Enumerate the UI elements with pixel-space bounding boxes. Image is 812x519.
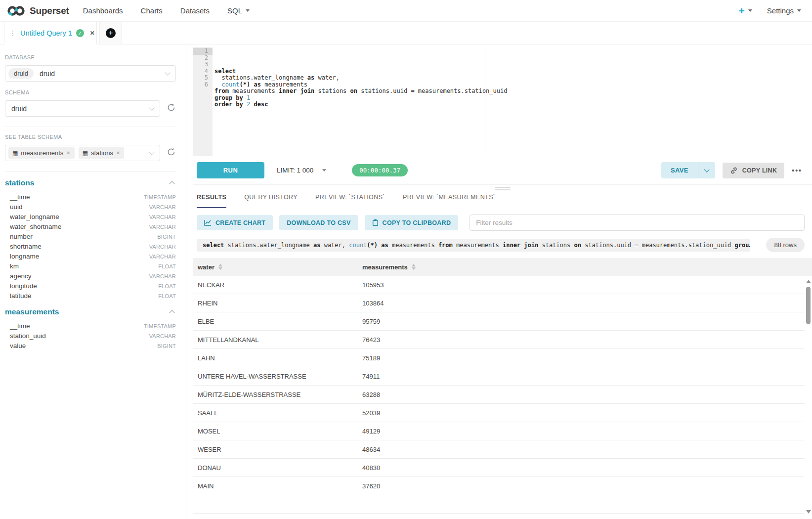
column-type: BIGINT <box>157 343 176 349</box>
nav-item-label: Dashboards <box>83 6 123 15</box>
sql-token: on <box>350 87 357 94</box>
cell-measurements: 103864 <box>357 300 805 307</box>
sql-token: measurements.station_uuid <box>415 87 508 94</box>
editor-code[interactable]: select stations.water_longname as water,… <box>213 47 812 156</box>
sql-editor[interactable]: 123456 select stations.water_longname as… <box>193 47 812 156</box>
save-dropdown-button[interactable] <box>698 162 715 178</box>
superset-logo[interactable]: Superset <box>7 5 69 16</box>
limit-dropdown[interactable]: LIMIT: 1 000 <box>277 167 313 174</box>
tab-preview-stations[interactable]: PREVIEW: `STATIONS` <box>315 194 385 208</box>
table-row[interactable]: RHEIN103864 <box>193 294 805 312</box>
nav-item-dashboards[interactable]: Dashboards <box>83 6 123 15</box>
table-select[interactable]: ▦measurements✕▦stations✕ <box>5 145 160 161</box>
database-select[interactable]: druid druid <box>5 65 176 82</box>
sql-token: count <box>349 242 367 249</box>
schema-column-row: agencyVARCHAR <box>5 271 176 281</box>
schema-select[interactable]: druid <box>5 100 160 117</box>
save-split-button[interactable]: SAVE <box>661 162 715 178</box>
selected-table-pill[interactable]: ▦measurements✕ <box>8 147 75 159</box>
column-type: FLOAT <box>158 293 176 299</box>
grid-scrollbar[interactable] <box>805 276 812 516</box>
refresh-tables-icon[interactable] <box>167 147 176 159</box>
schema-column-row: shortnameVARCHAR <box>5 241 176 251</box>
chevron-up-icon[interactable] <box>169 310 174 315</box>
sql-token: water, <box>320 242 349 249</box>
grid-header-row: water measurements <box>193 258 812 276</box>
resize-handle[interactable] <box>495 187 511 192</box>
remove-table-icon[interactable]: ✕ <box>116 150 120 156</box>
table-row[interactable]: WESER48634 <box>193 440 805 459</box>
create-chart-button[interactable]: CREATE CHART <box>197 215 273 230</box>
nav-item-charts[interactable]: Charts <box>141 6 163 15</box>
sql-token: measurements <box>261 81 307 88</box>
sort-icon[interactable] <box>412 264 416 270</box>
sort-icon[interactable] <box>218 264 222 270</box>
superset-infinity-icon <box>7 5 25 16</box>
schema-column-row: station_uuidVARCHAR <box>5 331 176 341</box>
chevron-down-icon[interactable] <box>322 169 326 172</box>
column-header-measurements[interactable]: measurements <box>357 263 812 271</box>
table-row-partial <box>193 495 805 514</box>
table-row[interactable]: ELBE95759 <box>193 312 805 331</box>
cell-measurements: 63288 <box>357 391 805 398</box>
table-row[interactable]: SAALE52039 <box>193 404 805 422</box>
download-csv-button[interactable]: DOWNLOAD TO CSV <box>279 215 358 230</box>
table-row[interactable]: LAHN75189 <box>193 349 805 367</box>
column-header-water[interactable]: water <box>193 263 357 271</box>
scroll-up-icon[interactable] <box>806 280 811 283</box>
tab-preview-measurements[interactable]: PREVIEW: `MEASUREMENTS` <box>403 194 495 208</box>
table-section-measurements[interactable]: measurements <box>5 307 176 316</box>
save-button[interactable]: SAVE <box>661 162 698 178</box>
gutter-line-number: 4 <box>193 68 213 75</box>
schema-column-row: water_shortnameVARCHAR <box>5 221 176 231</box>
sql-token: select <box>214 68 236 75</box>
query-success-icon: ✓ <box>76 29 84 37</box>
remove-table-icon[interactable]: ✕ <box>66 150 70 156</box>
results-actions: CREATE CHART DOWNLOAD TO CSV COPY TO CLI… <box>193 215 812 231</box>
scrollbar-thumb[interactable] <box>806 287 811 324</box>
close-tab-icon[interactable]: ✕ <box>90 30 95 37</box>
table-section-stations[interactable]: stations <box>5 178 176 187</box>
query-tabstrip: ⋮ Untitled Query 1 ✓ ✕ + <box>0 22 812 44</box>
sql-token: from <box>438 242 453 249</box>
tab-results[interactable]: RESULTS <box>197 194 226 208</box>
column-name: __time <box>10 322 30 330</box>
table-row[interactable]: MITTELLANDKANAL76423 <box>193 331 805 349</box>
filter-results-input[interactable] <box>470 215 805 231</box>
table-row[interactable]: MOSEL49129 <box>193 422 805 440</box>
table-row[interactable]: DONAU40830 <box>193 459 805 477</box>
tab-query-history[interactable]: QUERY HISTORY <box>244 194 298 208</box>
copy-clipboard-button[interactable]: COPY TO CLIPBOARD <box>365 215 459 230</box>
sql-token: on <box>574 242 581 249</box>
cell-water: ELBE <box>193 318 357 325</box>
settings-menu[interactable]: Settings <box>767 6 801 15</box>
query-tab-active[interactable]: ⋮ Untitled Query 1 ✓ ✕ <box>4 22 97 44</box>
new-item-button[interactable]: + <box>739 5 752 16</box>
drag-grip-icon[interactable]: ⋮ <box>9 29 16 37</box>
table-row[interactable]: NECKAR105953 <box>193 276 805 294</box>
table-row[interactable]: UNTERE HAVEL-WASSERSTRASSE74911 <box>193 367 805 386</box>
table-row[interactable]: MAIN37620 <box>193 477 805 495</box>
brand-title: Superset <box>30 5 69 16</box>
selected-table-pill[interactable]: ▦stations✕ <box>79 147 125 159</box>
cell-measurements: 95759 <box>357 318 805 325</box>
cell-measurements: 37620 <box>357 482 805 490</box>
cell-water: LAHN <box>193 354 357 362</box>
table-row[interactable]: MÜRITZ-ELDE-WASSERSTRASSE63288 <box>193 386 805 404</box>
cell-water: MÜRITZ-ELDE-WASSERSTRASSE <box>193 391 357 398</box>
refresh-schema-icon[interactable] <box>167 103 176 114</box>
add-query-tab-button[interactable]: + <box>99 22 122 44</box>
chevron-down-icon <box>246 9 250 12</box>
run-button[interactable]: RUN <box>197 162 264 178</box>
copy-link-button[interactable]: COPY LINK <box>723 163 785 178</box>
nav-item-datasets[interactable]: Datasets <box>180 6 210 15</box>
schema-column-row: latitudeFLOAT <box>5 291 176 301</box>
sql-token: (*) <box>367 242 378 249</box>
nav-item-sql[interactable]: SQL <box>227 6 250 15</box>
column-name: shortname <box>10 243 42 250</box>
chevron-up-icon[interactable] <box>169 181 174 186</box>
column-name: uuid <box>10 203 23 211</box>
chevron-down-icon <box>748 9 752 12</box>
more-actions-button[interactable]: ••• <box>792 167 802 174</box>
scroll-down-icon[interactable] <box>806 510 811 514</box>
